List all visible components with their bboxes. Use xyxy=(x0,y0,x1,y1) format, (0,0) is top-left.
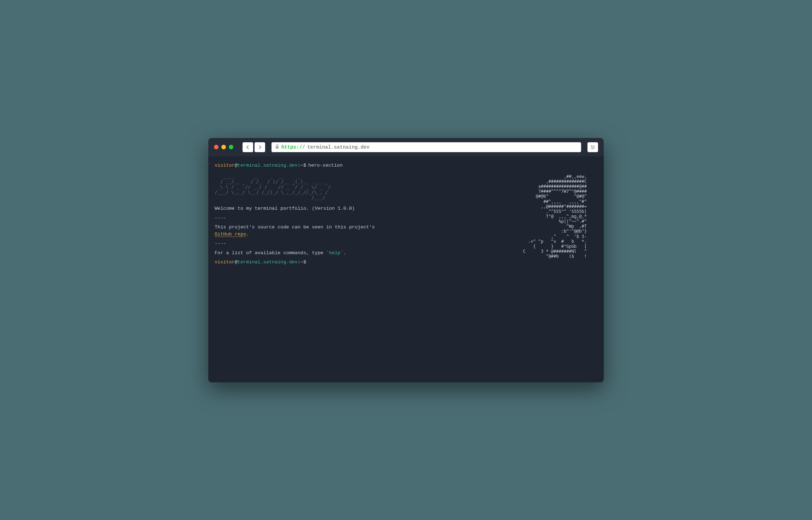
back-button[interactable] xyxy=(243,142,253,152)
prompt-user: visitor xyxy=(215,259,235,266)
lock-icon xyxy=(275,144,279,150)
welcome-text: Welcome to my terminal portfolio. (Versi… xyxy=(215,205,498,212)
nav-buttons xyxy=(243,142,265,152)
source-prefix: This project's source code can be seen i… xyxy=(215,225,375,230)
prompt-path: :~$ xyxy=(298,162,306,169)
github-repo-link[interactable]: GitHub repo xyxy=(215,232,246,237)
prompt-at: @ xyxy=(235,259,238,266)
left-column: ____ __ _ __ _ / __/__ _ / /_ / |/ /__ _… xyxy=(215,174,498,266)
title-bar: https://terminal.satnaing.dev xyxy=(208,138,604,156)
svg-point-4 xyxy=(593,147,595,148)
chevron-right-icon xyxy=(258,145,262,149)
help-command: help xyxy=(329,250,340,256)
help-suffix: `. xyxy=(340,250,346,256)
svg-point-6 xyxy=(592,148,593,149)
divider-2: ---- xyxy=(215,240,498,247)
chevron-left-icon xyxy=(246,145,250,149)
svg-point-2 xyxy=(591,145,592,146)
source-line: This project's source code can be seen i… xyxy=(215,224,498,238)
menu-button[interactable] xyxy=(587,142,598,152)
prompt-idle[interactable]: visitor@terminal.satnaing.dev:~$ xyxy=(215,259,498,266)
close-icon[interactable] xyxy=(214,145,219,149)
svg-rect-0 xyxy=(276,146,279,149)
prompt-host: terminal.satnaing.dev xyxy=(238,259,298,266)
forward-button[interactable] xyxy=(255,142,265,152)
ascii-art: ,##,,eew, ,##############C a############… xyxy=(513,174,597,259)
prompt-line: visitor@terminal.satnaing.dev:~$ hero-se… xyxy=(215,162,597,169)
prompt-host: terminal.satnaing.dev xyxy=(238,162,298,169)
traffic-lights xyxy=(214,145,233,149)
url-scheme: https:// xyxy=(281,144,305,150)
sliders-icon xyxy=(590,145,595,149)
prompt-at: @ xyxy=(235,162,238,169)
url-host: terminal.satnaing.dev xyxy=(307,144,369,150)
source-suffix: . xyxy=(246,232,249,237)
prompt-path: :~$ xyxy=(298,259,306,266)
address-bar[interactable]: https://terminal.satnaing.dev xyxy=(271,142,581,152)
content-row: ____ __ _ __ _ / __/__ _ / /_ / |/ /__ _… xyxy=(215,174,597,266)
browser-window: https://terminal.satnaing.dev visitor@te… xyxy=(208,138,604,382)
divider: ---- xyxy=(215,215,498,222)
prompt-user: visitor xyxy=(215,162,235,169)
help-line: For a list of available commands, type `… xyxy=(215,250,498,257)
prompt-command: hero-section xyxy=(308,162,342,169)
help-prefix: For a list of available commands, type ` xyxy=(215,250,329,256)
minimize-icon[interactable] xyxy=(221,145,226,149)
terminal-body[interactable]: visitor@terminal.satnaing.dev:~$ hero-se… xyxy=(208,156,604,382)
ascii-title: ____ __ _ __ _ / __/__ _ / /_ / |/ /__ _… xyxy=(215,174,498,201)
maximize-icon[interactable] xyxy=(229,145,233,149)
